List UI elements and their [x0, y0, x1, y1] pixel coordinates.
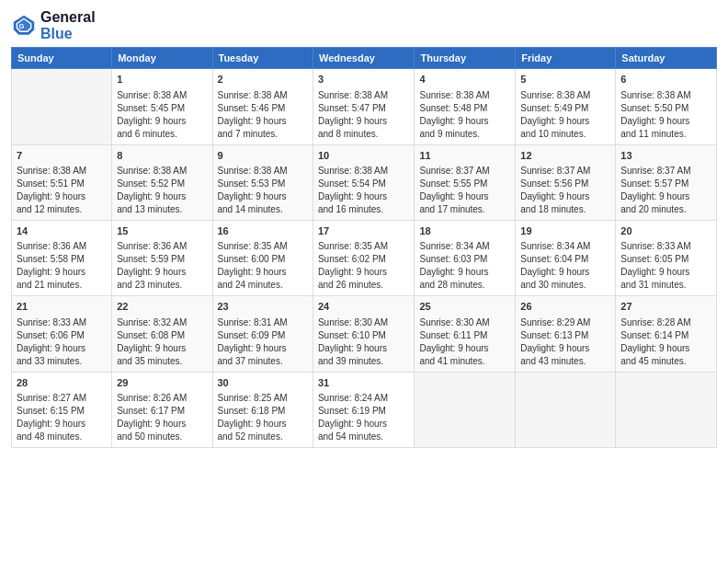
cell-data-line: Daylight: 9 hours	[117, 190, 207, 203]
day-number: 1	[117, 73, 207, 86]
calendar-cell: 24Sunrise: 8:30 AMSunset: 6:10 PMDayligh…	[313, 296, 415, 372]
cell-data-line: Daylight: 9 hours	[318, 190, 410, 203]
cell-data-line: and 35 minutes.	[117, 355, 207, 368]
cell-data-line: Sunset: 5:49 PM	[520, 102, 610, 115]
cell-data-line: and 23 minutes.	[117, 279, 207, 292]
cell-data-line: Daylight: 9 hours	[218, 266, 308, 279]
cell-data-line: Sunrise: 8:26 AM	[117, 392, 207, 405]
cell-data-line: Sunrise: 8:33 AM	[17, 316, 107, 329]
cell-data-line: and 6 minutes.	[117, 128, 207, 141]
cell-data-line: and 16 minutes.	[318, 203, 410, 216]
cell-data-line: Daylight: 9 hours	[17, 342, 107, 355]
cell-data-line: Sunset: 6:00 PM	[218, 253, 308, 266]
cell-data-line: Daylight: 9 hours	[318, 115, 410, 128]
calendar-week-row: 14Sunrise: 8:36 AMSunset: 5:58 PMDayligh…	[12, 220, 717, 295]
calendar-cell: 29Sunrise: 8:26 AMSunset: 6:17 PMDayligh…	[112, 372, 212, 447]
day-number: 21	[17, 300, 107, 314]
cell-data-line: and 33 minutes.	[17, 355, 107, 368]
cell-data-line: Daylight: 9 hours	[218, 115, 308, 128]
day-number: 20	[620, 224, 711, 238]
calendar-cell	[415, 372, 516, 447]
cell-data-line: and 21 minutes.	[17, 279, 107, 292]
cell-data-line: Sunset: 5:58 PM	[17, 253, 107, 266]
cell-data-line: Sunrise: 8:27 AM	[17, 392, 107, 405]
day-number: 16	[218, 224, 308, 238]
day-number: 15	[117, 224, 207, 238]
cell-data-line: and 31 minutes.	[620, 279, 711, 292]
cell-data-line: Sunrise: 8:24 AM	[318, 392, 410, 405]
header-cell-sunday: Sunday	[12, 48, 112, 69]
cell-data-line: Daylight: 9 hours	[419, 190, 510, 203]
cell-data-line: Sunrise: 8:38 AM	[620, 89, 711, 102]
cell-data-line: Sunset: 6:11 PM	[419, 329, 510, 342]
calendar-cell: 3Sunrise: 8:38 AMSunset: 5:47 PMDaylight…	[313, 69, 415, 144]
calendar-cell: 4Sunrise: 8:38 AMSunset: 5:48 PMDaylight…	[415, 69, 516, 144]
cell-data-line: Daylight: 9 hours	[318, 266, 410, 279]
calendar-cell: 9Sunrise: 8:38 AMSunset: 5:53 PMDaylight…	[212, 144, 313, 220]
cell-data-line: Daylight: 9 hours	[520, 266, 610, 279]
calendar-cell: 31Sunrise: 8:24 AMSunset: 6:19 PMDayligh…	[313, 372, 415, 447]
day-number: 5	[520, 73, 610, 86]
logo-text: General Blue	[40, 9, 96, 41]
cell-data-line: and 39 minutes.	[318, 355, 410, 368]
cell-data-line: Sunset: 5:57 PM	[620, 178, 711, 190]
day-number: 7	[17, 149, 107, 163]
calendar-cell: 5Sunrise: 8:38 AMSunset: 5:49 PMDaylight…	[516, 69, 616, 144]
cell-data-line: and 41 minutes.	[419, 355, 510, 368]
cell-data-line: Sunrise: 8:36 AM	[17, 240, 107, 253]
calendar-cell: 12Sunrise: 8:37 AMSunset: 5:56 PMDayligh…	[516, 144, 616, 220]
calendar-cell: 30Sunrise: 8:25 AMSunset: 6:18 PMDayligh…	[212, 372, 313, 447]
cell-data-line: Daylight: 9 hours	[318, 342, 410, 355]
calendar-cell: 11Sunrise: 8:37 AMSunset: 5:55 PMDayligh…	[415, 144, 516, 220]
cell-data-line: Sunrise: 8:38 AM	[318, 165, 410, 178]
day-number: 22	[117, 300, 207, 314]
calendar-cell: 13Sunrise: 8:37 AMSunset: 5:57 PMDayligh…	[616, 144, 717, 220]
calendar-cell: 20Sunrise: 8:33 AMSunset: 6:05 PMDayligh…	[616, 220, 717, 295]
calendar-cell: 1Sunrise: 8:38 AMSunset: 5:45 PMDaylight…	[112, 69, 212, 144]
cell-data-line: and 20 minutes.	[620, 203, 711, 216]
cell-data-line: and 7 minutes.	[218, 128, 308, 141]
cell-data-line: and 13 minutes.	[117, 203, 207, 216]
day-number: 17	[318, 224, 410, 238]
cell-data-line: Sunset: 5:54 PM	[318, 178, 410, 190]
cell-data-line: Sunrise: 8:34 AM	[419, 240, 510, 253]
cell-data-line: Sunset: 6:05 PM	[620, 253, 711, 266]
cell-data-line: and 28 minutes.	[419, 279, 510, 292]
cell-data-line: Daylight: 9 hours	[218, 342, 308, 355]
cell-data-line: and 17 minutes.	[419, 203, 510, 216]
day-number: 9	[218, 149, 308, 163]
cell-data-line: Sunset: 6:14 PM	[620, 329, 711, 342]
cell-data-line: Sunrise: 8:32 AM	[117, 316, 207, 329]
cell-data-line: Sunset: 6:19 PM	[318, 405, 410, 418]
calendar-cell: 2Sunrise: 8:38 AMSunset: 5:46 PMDaylight…	[212, 69, 313, 144]
day-number: 3	[318, 73, 410, 86]
cell-data-line: Sunrise: 8:25 AM	[218, 392, 308, 405]
calendar-cell	[12, 69, 112, 144]
calendar-week-row: 1Sunrise: 8:38 AMSunset: 5:45 PMDaylight…	[12, 69, 717, 144]
cell-data-line: Daylight: 9 hours	[117, 115, 207, 128]
header-cell-tuesday: Tuesday	[212, 48, 313, 69]
cell-data-line: Sunrise: 8:38 AM	[419, 89, 510, 102]
calendar-cell	[616, 372, 717, 447]
cell-data-line: Sunset: 6:10 PM	[318, 329, 410, 342]
cell-data-line: Sunrise: 8:30 AM	[419, 316, 510, 329]
cell-data-line: and 11 minutes.	[620, 128, 711, 141]
cell-data-line: Sunset: 6:03 PM	[419, 253, 510, 266]
cell-data-line: Daylight: 9 hours	[117, 342, 207, 355]
cell-data-line: Daylight: 9 hours	[117, 266, 207, 279]
calendar-cell: 10Sunrise: 8:38 AMSunset: 5:54 PMDayligh…	[313, 144, 415, 220]
cell-data-line: Daylight: 9 hours	[620, 342, 711, 355]
day-number: 11	[419, 149, 510, 163]
cell-data-line: Daylight: 9 hours	[17, 266, 107, 279]
cell-data-line: Sunset: 5:53 PM	[218, 178, 308, 190]
header: G General Blue	[11, 9, 717, 41]
day-number: 31	[318, 376, 410, 390]
cell-data-line: and 8 minutes.	[318, 128, 410, 141]
day-number: 6	[620, 73, 711, 86]
day-number: 10	[318, 149, 410, 163]
calendar-cell: 25Sunrise: 8:30 AMSunset: 6:11 PMDayligh…	[415, 296, 516, 372]
cell-data-line: Sunrise: 8:28 AM	[620, 316, 711, 329]
cell-data-line: Sunset: 5:50 PM	[620, 102, 711, 115]
calendar-cell: 16Sunrise: 8:35 AMSunset: 6:00 PMDayligh…	[212, 220, 313, 295]
cell-data-line: Sunrise: 8:36 AM	[117, 240, 207, 253]
